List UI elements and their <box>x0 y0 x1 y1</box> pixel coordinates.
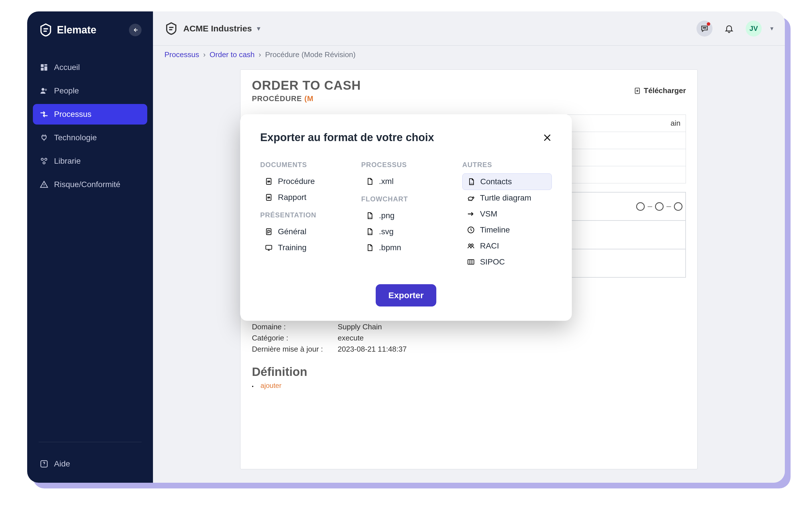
group-heading-documents: DOCUMENTS <box>260 161 350 169</box>
export-option-training[interactable]: Training <box>260 240 350 256</box>
word-icon <box>265 177 273 185</box>
svg-rect-17 <box>266 245 272 249</box>
export-option-raci[interactable]: RACI <box>462 238 552 254</box>
png-icon: PNG <box>366 212 374 220</box>
svg-point-24 <box>468 244 470 246</box>
group-heading-flowchart: FLOWCHART <box>361 195 451 203</box>
export-modal: Exporter au format de votre choix DOCUME… <box>240 114 572 321</box>
svg-icon: SVG <box>366 228 374 236</box>
svg-text:SVG: SVG <box>368 232 372 234</box>
close-icon <box>543 133 552 142</box>
file-icon <box>366 244 374 252</box>
group-heading-presentation: PRÉSENTATION <box>260 211 350 219</box>
turtle-icon <box>467 194 475 202</box>
export-option-xml[interactable]: .xml <box>361 173 451 189</box>
export-option-rapport[interactable]: Rapport <box>260 189 350 205</box>
svg-text:PNG: PNG <box>368 217 372 218</box>
screen-icon <box>265 244 273 252</box>
modal-backdrop: Exporter au format de votre choix DOCUME… <box>27 12 785 483</box>
export-option-bpmn[interactable]: .bpmn <box>361 240 451 256</box>
group-heading-autres: AUTRES <box>462 161 552 169</box>
group-heading-processus: PROCESSUS <box>361 161 451 169</box>
group-icon <box>467 242 475 250</box>
columns-icon <box>467 258 475 266</box>
svg-point-21 <box>468 197 473 201</box>
svg-rect-26 <box>468 259 474 264</box>
svg-text:CSV: CSV <box>470 183 473 184</box>
export-option-general[interactable]: Général <box>260 224 350 240</box>
modal-title: Exporter au format de votre choix <box>260 131 434 144</box>
export-option-contacts[interactable]: CSV Contacts <box>462 173 552 190</box>
app-window: Elemate Accueil People Processus Technol… <box>27 12 785 483</box>
svg-rect-14 <box>266 179 271 184</box>
arrow-icon <box>467 210 475 218</box>
export-option-sipoc[interactable]: SIPOC <box>462 254 552 270</box>
export-button[interactable]: Exporter <box>376 284 436 307</box>
modal-close-button[interactable] <box>543 133 552 142</box>
word-icon <box>265 194 273 201</box>
export-option-turtle[interactable]: Turtle diagram <box>462 190 552 206</box>
export-option-procedure[interactable]: Procédure <box>260 173 350 189</box>
file-icon <box>366 177 374 185</box>
svg-point-22 <box>472 197 474 199</box>
csv-icon: CSV <box>467 178 475 186</box>
svg-point-25 <box>471 244 473 246</box>
export-option-vsm[interactable]: VSM <box>462 206 552 222</box>
svg-rect-15 <box>266 195 271 201</box>
export-option-timeline[interactable]: Timeline <box>462 222 552 238</box>
clock-icon <box>467 226 475 234</box>
svg-rect-16 <box>266 229 271 235</box>
export-option-png[interactable]: PNG .png <box>361 208 451 224</box>
export-option-svg[interactable]: SVG .svg <box>361 224 451 240</box>
ppt-icon <box>265 228 273 236</box>
